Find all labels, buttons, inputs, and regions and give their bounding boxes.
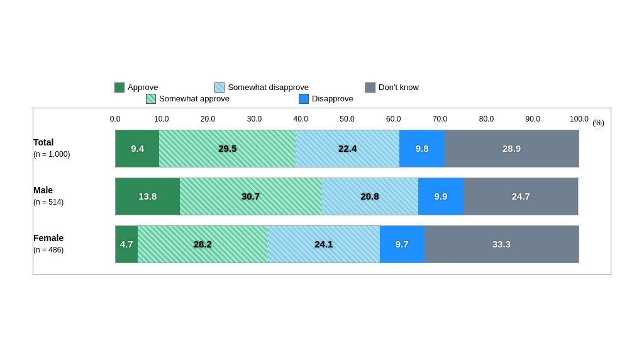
separator-2 [33, 220, 604, 225]
disapprove-label: Disapprove [312, 94, 353, 103]
row-label-female: Female (n = 486) [33, 232, 115, 256]
seg-male-disapprove: 9.9 [418, 178, 464, 215]
row-label-male: Male (n = 514) [33, 184, 115, 208]
axis-row: 0.0 10.0 20.0 30.0 40.0 50.0 60.0 70.0 8… [33, 115, 604, 127]
axis-80: 80.0 [479, 115, 494, 123]
seg-male-dontknow: 24.7 [464, 178, 578, 215]
axis-0: 0.0 [110, 115, 121, 123]
bar-track-female: 4.7 28.2 24.1 9.7 33.3 [115, 225, 579, 263]
axis-20: 20.0 [201, 115, 215, 123]
axis-100: 100.0 [570, 115, 589, 123]
seg-total-approve: 9.4 [116, 130, 159, 167]
seg-total-somewhat-approve: 29.5 [159, 130, 296, 167]
seg-female-approve: 4.7 [116, 226, 138, 263]
separator-1 [33, 173, 604, 178]
seg-total-somewhat-disapprove: 22.4 [296, 130, 399, 167]
seg-female-disapprove: 9.7 [380, 226, 425, 263]
somewhat-disapprove-swatch [214, 82, 225, 93]
somewhat-approve-swatch [146, 94, 156, 104]
legend-disapprove: Disapprove [299, 94, 353, 104]
axis-30: 30.0 [247, 115, 262, 123]
seg-male-somewhat-approve: 30.7 [180, 178, 322, 215]
seg-male-approve: 13.8 [116, 178, 180, 215]
seg-total-disapprove: 9.8 [399, 130, 445, 167]
axis-labels: 0.0 10.0 20.0 30.0 40.0 50.0 60.0 70.0 8… [115, 115, 579, 127]
bar-row-male: Male (n = 514) 13.8 30.7 20.8 9.9 24.7 [33, 178, 604, 215]
axis-70: 70.0 [433, 115, 447, 123]
axis-50: 50.0 [340, 115, 354, 123]
bar-row-female: Female (n = 486) 4.7 28.2 24.1 9.7 33.3 [33, 225, 604, 263]
legend-approve: Approve [114, 82, 158, 93]
seg-total-dontknow: 28.9 [445, 130, 579, 167]
seg-male-somewhat-disapprove: 20.8 [322, 178, 418, 215]
somewhat-disapprove-label: Somewhat disapprove [228, 82, 309, 92]
row-label-total: Total (n = 1,000) [33, 137, 115, 160]
somewhat-approve-label: Somewhat approve [159, 94, 230, 103]
approve-swatch [114, 82, 125, 93]
legend: Approve Somewhat disapprove Don't know S… [114, 82, 611, 105]
legend-row-1: Approve Somewhat disapprove Don't know [114, 82, 611, 93]
seg-female-somewhat-disapprove: 24.1 [268, 226, 379, 263]
bar-track-total: 9.4 29.5 22.4 9.8 28.9 [115, 130, 579, 167]
bar-track-male: 13.8 30.7 20.8 9.9 24.7 [115, 178, 579, 215]
chart-area: 0.0 10.0 20.0 30.0 40.0 50.0 60.0 70.0 8… [33, 108, 611, 275]
legend-somewhat-disapprove: Somewhat disapprove [214, 82, 309, 93]
disapprove-swatch [299, 94, 309, 104]
axis-40: 40.0 [294, 115, 308, 123]
dontknow-swatch [365, 82, 375, 93]
dontknow-label: Don't know [379, 82, 419, 92]
axis-60: 60.0 [386, 115, 401, 123]
seg-female-somewhat-approve: 28.2 [138, 226, 269, 263]
axis-90: 90.0 [526, 115, 540, 123]
legend-somewhat-approve: Somewhat approve [146, 94, 230, 104]
legend-dontknow: Don't know [365, 82, 419, 93]
seg-female-dontknow: 33.3 [425, 226, 579, 263]
chart-container: Approve Somewhat disapprove Don't know S… [20, 76, 624, 281]
approve-label: Approve [128, 82, 158, 92]
axis-10: 10.0 [154, 115, 169, 123]
bar-row-total: Total (n = 1,000) 9.4 29.5 22.4 9.8 28.9 [33, 130, 604, 167]
legend-row-2: Somewhat approve Disapprove [114, 94, 611, 104]
